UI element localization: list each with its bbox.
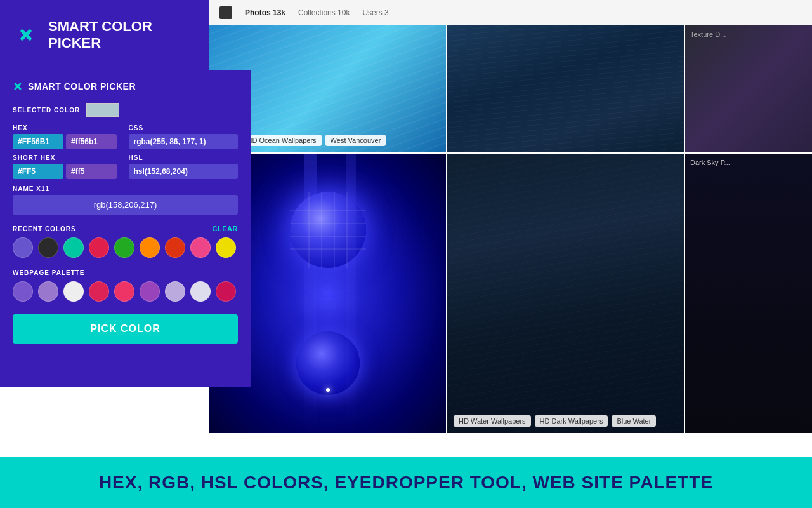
recent-color-dot[interactable] [13,237,33,258]
hsl-label: HSL [129,154,239,161]
disco-ball-2 [296,331,360,395]
dark-sky-bg [685,154,812,433]
hex-field-row [13,134,122,149]
disco-light [326,388,330,392]
browser-tab-users[interactable]: Users 3 [362,8,388,17]
app-title: SMART COLOR PICKER [48,18,152,52]
palette-color-dot[interactable] [190,281,211,302]
webpage-palette-dots [13,281,238,302]
recent-color-dot[interactable] [165,237,185,258]
x-logo-icon [18,27,34,43]
palette-color-dot[interactable] [89,281,109,302]
wave-texture [447,25,684,152]
dark-water-texture [447,154,684,433]
disco-ball-1 [290,192,366,268]
short-hex-input-1[interactable] [13,164,63,179]
short-hex-label: SHORT HEX [13,154,122,161]
dark-sky-label: Dark Sky P... [690,159,730,166]
recent-color-dot[interactable] [190,237,211,258]
photo-tag: HD Dark Wallpapers [535,415,608,427]
browser-favicon [219,6,232,19]
short-hex-field-group: SHORT HEX [13,154,122,179]
app-header: SMART COLOR PICKER [0,0,209,70]
photo-cell-2[interactable] [447,25,684,152]
palette-color-dot[interactable] [63,281,84,302]
palette-color-dot[interactable] [216,281,236,302]
texture-label: Texture D... [690,30,726,38]
photo-cell-6[interactable]: Dark Sky P... [685,154,812,433]
css-field-group: CSS [129,124,239,149]
webpage-palette-label: WEBPAGE PALETTE [13,269,85,276]
palette-color-dot[interactable] [114,281,134,302]
users-tab-label: Users 3 [362,8,388,17]
selected-color-row: SELECTED COLOR [13,103,238,117]
hex-input-2[interactable] [66,134,117,149]
short-hex-input-2[interactable] [66,164,117,179]
recent-colors-label: RECENT COLORS [13,225,76,232]
name-x11-label: NAME X11 [13,185,238,192]
bottom-text: HEX, RGB, HSL COLORS, EYEDROPPER TOOL, W… [99,472,713,493]
recent-color-dot[interactable] [63,237,84,258]
palette-color-dot[interactable] [38,281,58,302]
css-label: CSS [129,124,239,131]
photos-tab-label: Photos 13k [245,8,285,17]
selected-color-swatch[interactable] [86,103,119,117]
browser-content: Sea HD Ocean Wallpapers West Vancouver T… [209,25,812,457]
bottom-bar: HEX, RGB, HSL COLORS, EYEDROPPER TOOL, W… [0,457,812,508]
color-picker-panel: SMART COLOR PICKER SELECTED COLOR HEX CS… [0,70,251,387]
css-input[interactable] [129,134,239,149]
photo-cell-3[interactable]: Texture D... [685,25,812,152]
recent-color-dot[interactable] [38,237,58,258]
color-fields-grid: HEX CSS SHORT HEX HSL [13,124,238,179]
photo-tag: HD Ocean Wallpapers [242,135,322,146]
photo-5-tags: HD Water Wallpapers HD Dark Wallpapers B… [454,415,656,427]
palette-color-dot[interactable] [13,281,33,302]
app-icon [13,22,39,48]
recent-colors-dots [13,237,238,258]
browser-area: Photos 13k Collections 10k Users 3 Sea H… [209,0,812,457]
name-x11-group: NAME X11 [13,185,238,215]
disco-ball-grid [290,192,366,268]
hex-input-1[interactable] [13,134,63,149]
photo-tag: Blue Water [612,415,656,427]
selected-color-label: SELECTED COLOR [13,107,80,114]
panel-header: SMART COLOR PICKER [13,81,238,91]
palette-color-dot[interactable] [140,281,160,302]
browser-tab-collections[interactable]: Collections 10k [298,8,350,17]
recent-colors-header: RECENT COLORS CLEAR [13,225,238,232]
pick-color-button[interactable]: PICK COLOR [13,314,238,344]
photo-tag: West Vancouver [325,135,386,146]
photo-grid: Sea HD Ocean Wallpapers West Vancouver T… [209,25,812,457]
photo-tag: HD Water Wallpapers [454,415,531,427]
clear-button[interactable]: CLEAR [213,225,238,232]
hex-field-group: HEX [13,124,122,149]
webpage-palette-header: WEBPAGE PALETTE [13,269,238,276]
hex-label: HEX [13,124,122,131]
recent-color-dot[interactable] [140,237,160,258]
panel-icon [13,81,23,91]
palette-color-dot[interactable] [165,281,185,302]
photo-cell-5[interactable]: HD Water Wallpapers HD Dark Wallpapers B… [447,154,684,433]
browser-tab-bar: Photos 13k Collections 10k Users 3 [209,0,812,25]
hsl-field-group: HSL [129,154,239,179]
collections-tab-label: Collections 10k [298,8,350,17]
recent-color-dot[interactable] [89,237,109,258]
name-x11-input[interactable] [13,195,238,215]
browser-tab-photos[interactable]: Photos 13k [245,8,285,17]
hsl-input[interactable] [129,164,239,179]
recent-color-dot[interactable] [114,237,134,258]
short-hex-field-row [13,164,122,179]
recent-color-dot[interactable] [216,237,236,258]
panel-title: SMART COLOR PICKER [28,81,136,91]
